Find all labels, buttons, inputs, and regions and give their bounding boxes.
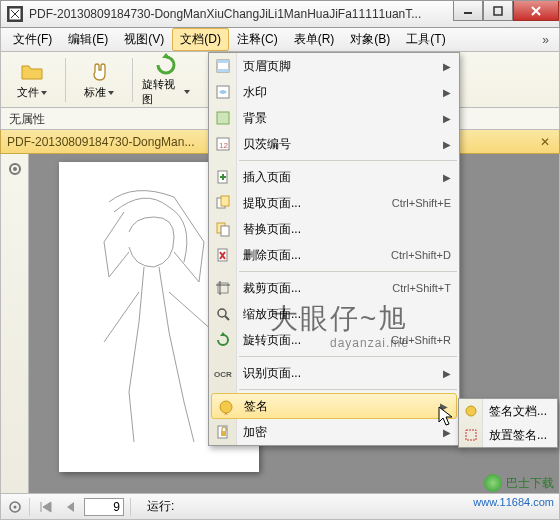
menu-separator — [239, 356, 457, 357]
svg-rect-11 — [217, 112, 229, 124]
menu-item-background[interactable]: 背景 ▶ — [209, 105, 459, 131]
chevron-down-icon — [41, 91, 47, 95]
svg-rect-2 — [494, 7, 502, 15]
svg-rect-18 — [221, 226, 229, 236]
svg-line-22 — [225, 316, 229, 320]
sign-submenu: 签名文档... 放置签名... — [458, 398, 558, 448]
crop-page-icon — [214, 279, 232, 297]
toolbar-standard-label: 标准 — [84, 85, 106, 100]
folder-icon — [20, 59, 44, 83]
submenu-arrow-icon: ▶ — [440, 401, 448, 412]
watermark-icon — [214, 83, 232, 101]
bates-icon: 12 — [214, 135, 232, 153]
toolbar-rotate-label: 旋转视图 — [142, 77, 182, 107]
toolbar-file-button[interactable]: 文件 — [7, 56, 57, 104]
encrypt-icon — [214, 423, 232, 441]
menu-item-crop-page[interactable]: 裁剪页面... Ctrl+Shift+T — [209, 275, 459, 301]
toolbar-separator — [65, 58, 66, 102]
menu-document[interactable]: 文档(D) — [172, 28, 229, 51]
toolbar-separator — [132, 58, 133, 102]
menu-tool[interactable]: 工具(T) — [398, 28, 453, 51]
svg-rect-8 — [217, 60, 229, 63]
menu-item-sign[interactable]: 签名 ▶ — [211, 393, 457, 419]
page-number-input[interactable] — [84, 498, 124, 516]
svg-text:12: 12 — [219, 141, 228, 150]
prev-page-button[interactable] — [60, 498, 80, 516]
menu-separator — [239, 389, 457, 390]
svg-rect-16 — [221, 196, 229, 206]
properties-label: 无属性 — [9, 112, 45, 126]
corner-url: www.11684.com — [473, 496, 554, 508]
sidebar — [1, 154, 29, 493]
submenu-arrow-icon: ▶ — [443, 61, 451, 72]
ocr-icon: OCR — [214, 364, 232, 382]
chevron-down-icon — [108, 91, 114, 95]
insert-page-icon — [214, 168, 232, 186]
toolbar-file-label: 文件 — [17, 85, 39, 100]
svg-point-24 — [220, 401, 232, 413]
corner-logo: 巴士下载 — [484, 474, 554, 492]
delete-page-icon — [214, 246, 232, 264]
extract-page-icon — [214, 194, 232, 212]
menu-separator — [239, 160, 457, 161]
menu-form[interactable]: 表单(R) — [286, 28, 343, 51]
menu-item-insert-page[interactable]: 插入页面 ▶ — [209, 164, 459, 190]
submenu-arrow-icon: ▶ — [443, 172, 451, 183]
svg-point-27 — [466, 406, 476, 416]
header-footer-icon — [214, 57, 232, 75]
place-sign-icon — [462, 426, 480, 444]
menu-item-zoom-page[interactable]: 缩放页面... — [209, 301, 459, 327]
menu-item-rotate-page[interactable]: 旋转页面... Ctrl+Shift+R — [209, 327, 459, 353]
corner-logo-icon — [484, 474, 502, 492]
svg-rect-28 — [466, 430, 476, 440]
menu-item-extract-page[interactable]: 提取页面... Ctrl+Shift+E — [209, 190, 459, 216]
title-bar: PDF-20130809184730-DongManXiuChangJiLi1M… — [0, 0, 560, 28]
menu-edit[interactable]: 编辑(E) — [60, 28, 116, 51]
first-page-button[interactable] — [36, 498, 56, 516]
run-label: 运行: — [147, 498, 174, 515]
menu-item-ocr[interactable]: OCR 识别页面... ▶ — [209, 360, 459, 386]
rotate-page-icon — [214, 331, 232, 349]
submenu-arrow-icon: ▶ — [443, 368, 451, 379]
corner-logo-text: 巴士下载 — [506, 475, 554, 492]
window-title: PDF-20130809184730-DongManXiuChangJiLi1M… — [29, 7, 453, 21]
close-button[interactable] — [513, 1, 559, 21]
hand-icon — [87, 59, 111, 83]
maximize-button[interactable] — [483, 1, 513, 21]
app-icon — [7, 6, 23, 22]
menu-file[interactable]: 文件(F) — [5, 28, 60, 51]
menu-item-encrypt[interactable]: 加密 ▶ — [209, 419, 459, 445]
menu-item-header-footer[interactable]: 页眉页脚 ▶ — [209, 53, 459, 79]
svg-text:OCR: OCR — [214, 370, 232, 379]
submenu-arrow-icon: ▶ — [443, 427, 451, 438]
submenu-item-place-sign[interactable]: 放置签名... — [459, 423, 557, 447]
sign-icon — [217, 398, 235, 416]
gear-icon[interactable] — [6, 160, 24, 178]
tab-close-icon[interactable]: ✕ — [537, 134, 553, 150]
submenu-arrow-icon: ▶ — [443, 87, 451, 98]
toolbar-standard-button[interactable]: 标准 — [74, 56, 124, 104]
menu-separator — [239, 271, 457, 272]
minimize-button[interactable] — [453, 1, 483, 21]
toolbar-rotate-button[interactable]: 旋转视图 — [141, 56, 191, 104]
menu-view[interactable]: 视图(V) — [116, 28, 172, 51]
menu-object[interactable]: 对象(B) — [342, 28, 398, 51]
svg-rect-9 — [217, 69, 229, 72]
svg-point-4 — [13, 167, 17, 171]
sign-doc-icon — [462, 402, 480, 420]
zoom-page-icon — [214, 305, 232, 323]
menu-item-replace-page[interactable]: 替换页面... — [209, 216, 459, 242]
menu-comment[interactable]: 注释(C) — [229, 28, 286, 51]
menu-item-bates[interactable]: 12 贝茨编号 ▶ — [209, 131, 459, 157]
menu-item-watermark[interactable]: 水印 ▶ — [209, 79, 459, 105]
menu-item-delete-page[interactable]: 删除页面... Ctrl+Shift+D — [209, 242, 459, 268]
submenu-arrow-icon: ▶ — [443, 113, 451, 124]
svg-rect-26 — [221, 431, 226, 436]
chevron-down-icon — [184, 90, 190, 94]
menubar-overflow-icon[interactable]: » — [536, 33, 555, 47]
svg-point-21 — [218, 309, 226, 317]
gear-icon[interactable] — [7, 499, 23, 515]
submenu-item-sign-doc[interactable]: 签名文档... — [459, 399, 557, 423]
replace-page-icon — [214, 220, 232, 238]
document-menu: 页眉页脚 ▶ 水印 ▶ 背景 ▶ 12 贝茨编号 ▶ 插入页面 ▶ 提取页面..… — [208, 52, 460, 446]
